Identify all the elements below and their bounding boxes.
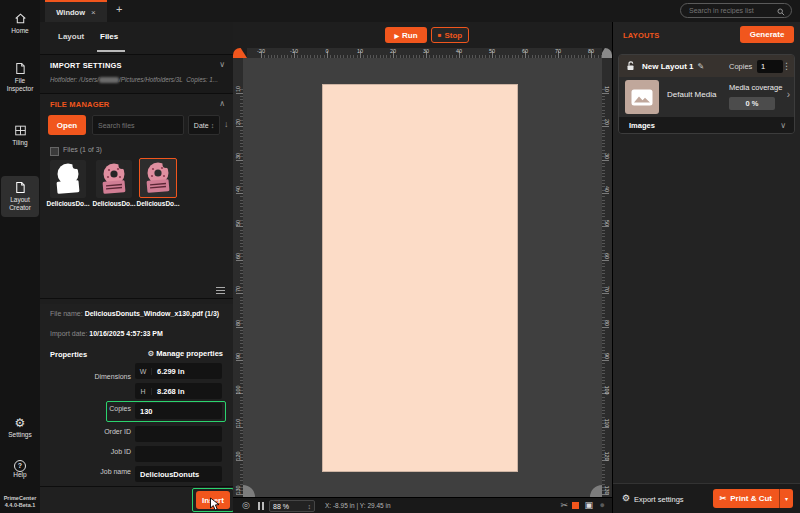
tiling-icon [1, 124, 39, 138]
chevron-up-icon[interactable]: ∧ [219, 99, 225, 108]
pan-icon-bar [262, 502, 264, 510]
print-cut-button[interactable]: ✂ Print & Cut ▾ [713, 489, 793, 508]
sidebar-item-label: File Inspector [1, 77, 39, 92]
layout-media-row[interactable]: Default Media Media coverage › 0 % [619, 77, 794, 117]
job-id-field[interactable] [135, 446, 222, 462]
stop-icon: ■ [438, 32, 442, 38]
sort-direction-icon[interactable]: ↓ [224, 119, 229, 129]
scroll-corner [590, 485, 602, 497]
scroll-corner [243, 485, 255, 497]
donut-artwork-icon [143, 161, 173, 195]
export-settings-gear-icon: ⚙ [622, 493, 630, 503]
copies-input[interactable] [135, 406, 222, 417]
ruler-h: -20-1001020304050607080 [247, 48, 602, 58]
copies-field[interactable] [135, 403, 222, 419]
media-color-swatch[interactable] [572, 502, 579, 509]
pan-icon[interactable] [258, 502, 260, 510]
file-thumbnail[interactable]: DeliciousDo... [92, 160, 136, 207]
layout-copies-input[interactable] [757, 60, 783, 73]
layout-card-header[interactable]: New Layout 1 ✎ Copies ⋮ [619, 55, 794, 77]
canvas-status-bar: ◎ 88 % ↕ X: -8.95 in | Y: 29.45 in ✂ ▣ ● [233, 497, 612, 513]
recipes-search-input[interactable] [687, 6, 777, 15]
files-count-label: Files (1 of 3) [63, 146, 102, 153]
sidebar-item-label: Home [1, 27, 39, 35]
select-all-checkbox[interactable] [50, 147, 59, 156]
print-cut-dropdown[interactable]: ▾ [779, 489, 793, 508]
order-id-field[interactable] [135, 426, 222, 442]
fit-view-icon[interactable]: ◎ [242, 500, 250, 510]
unlock-icon[interactable] [626, 57, 635, 75]
width-field[interactable]: W 6.299 in [135, 363, 222, 379]
job-name-input[interactable] [135, 469, 222, 480]
file-thumbnail-selected[interactable]: DeliciousDo... [136, 158, 180, 207]
file-thumbnail-label: DeliciousDo... [46, 200, 90, 207]
manage-properties-button[interactable]: ⚙ Manage properties [147, 349, 223, 358]
layout-creator-icon [1, 181, 39, 195]
window-tab[interactable]: Window × [45, 0, 107, 22]
media-name: Default Media [667, 90, 716, 99]
image-icon [631, 89, 653, 106]
file-thumbnail-label: DeliciousDo... [136, 200, 180, 207]
stop-button[interactable]: ■ Stop [431, 27, 469, 43]
scissors-icon[interactable]: ✂ [560, 500, 568, 510]
job-id-input[interactable] [135, 449, 222, 460]
media-sheet[interactable] [322, 84, 518, 472]
sidebar-item-tiling[interactable]: Tiling [1, 124, 39, 147]
images-section-header[interactable]: Images ∨ [619, 117, 794, 133]
sidebar-item-label: Tiling [1, 139, 39, 147]
open-button[interactable]: Open [48, 115, 86, 135]
sidebar-item-settings[interactable]: ⚙ Settings [1, 416, 39, 439]
left-panel: Layout Files IMPORT SETTINGS ∨ Hotfolder… [40, 22, 234, 513]
chevron-right-icon[interactable]: › [787, 89, 790, 100]
sidebar-item-file-inspector[interactable]: File Inspector [1, 62, 39, 92]
zoom-level-value: 88 % [273, 503, 289, 510]
status-dot-icon: ● [600, 500, 605, 510]
edit-pencil-icon[interactable]: ✎ [698, 62, 705, 71]
zoom-stepper-icon[interactable]: ↕ [308, 503, 312, 510]
tab-layout[interactable]: Layout [58, 32, 84, 41]
sidebar-item-label: Help [1, 471, 39, 479]
job-name-field[interactable] [135, 466, 222, 482]
layouts-title: LAYOUTS [623, 31, 660, 40]
sidebar-item-home[interactable]: Home [1, 12, 39, 35]
tab-files[interactable]: Files [100, 32, 118, 41]
media-coverage-value: 0 % [729, 97, 775, 110]
ruler-v-right: 102030405060708090100110120130 [602, 58, 612, 497]
dots-menu-icon[interactable]: ⋮ [782, 61, 791, 71]
file-inspector-icon [1, 62, 39, 76]
hotfolder-path: Hotfolder: /Users//Pictures/Hotfolders/3… [50, 76, 228, 83]
close-tab-icon[interactable]: × [91, 8, 96, 17]
order-id-input[interactable] [135, 429, 222, 440]
order-id-label: Order ID [40, 428, 131, 435]
zoom-level-stepper[interactable]: 88 % ↕ [269, 500, 315, 512]
app-sidebar: Home File Inspector Tiling Layout Creato… [0, 0, 41, 513]
import-settings-section: IMPORT SETTINGS ∨ Hotfolder: /Users//Pic… [40, 55, 233, 94]
export-settings-button[interactable]: Export settings [634, 495, 684, 504]
canvas-area: ▶ Run ■ Stop -20-1001020304050607080 102… [233, 22, 612, 513]
sidebar-item-help[interactable]: ? Help [1, 456, 39, 479]
job-id-label: Job ID [40, 448, 131, 455]
file-search-input[interactable] [92, 115, 184, 135]
layout-name: New Layout 1 [642, 62, 694, 71]
list-view-icon[interactable] [216, 285, 225, 296]
cut-icon: ✂ [720, 494, 727, 503]
chevron-down-icon[interactable]: ∨ [780, 121, 786, 130]
chevron-down-icon[interactable]: ∨ [219, 60, 225, 69]
sidebar-item-layout-creator[interactable]: Layout Creator [1, 176, 39, 217]
ruler-v-left: 102030405060708090100110120130 [233, 58, 243, 497]
new-tab-button[interactable]: + [116, 3, 122, 15]
generate-button[interactable]: Generate [740, 26, 794, 43]
height-field[interactable]: H 8.268 in [135, 383, 222, 399]
layout-canvas[interactable] [243, 58, 602, 497]
recipes-search[interactable] [680, 3, 792, 18]
run-button[interactable]: ▶ Run [385, 27, 427, 43]
insert-button[interactable]: Insert [196, 491, 230, 509]
sort-by-select[interactable]: Date↕ [188, 115, 220, 135]
layouts-panel: LAYOUTS Generate New Layout 1 ✎ Copies ⋮ [612, 22, 800, 513]
file-thumbnail[interactable]: DeliciousDo... [46, 160, 90, 207]
file-thumbnail-label: DeliciousDo... [92, 200, 136, 207]
register-mark-icon[interactable]: ▣ [584, 500, 593, 510]
blurred-username [99, 77, 119, 83]
home-icon [1, 12, 39, 26]
dimensions-label: Dimensions [40, 373, 131, 380]
